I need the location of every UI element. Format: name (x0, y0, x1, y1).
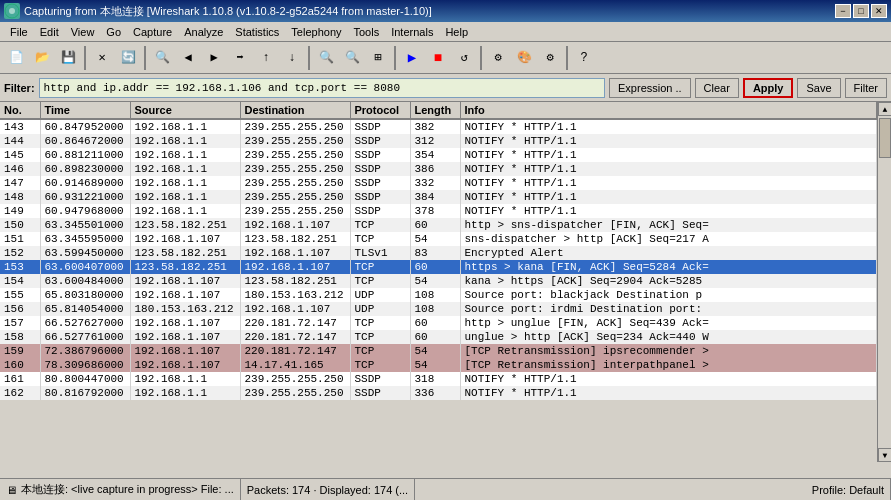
find-button[interactable]: 🔍 (150, 46, 174, 70)
go-button[interactable]: ➡ (228, 46, 252, 70)
cell-time: 66.527627000 (40, 316, 130, 330)
table-row[interactable]: 15665.814054000180.153.163.212192.168.1.… (0, 302, 877, 316)
table-row[interactable]: 14360.847952000192.168.1.1239.255.255.25… (0, 119, 877, 134)
table-row[interactable]: 15766.527627000192.168.1.107220.181.72.1… (0, 316, 877, 330)
vertical-scrollbar[interactable]: ▲ ▼ (877, 102, 891, 462)
cell-time: 63.345501000 (40, 218, 130, 232)
cell-src: 123.58.182.251 (130, 260, 240, 274)
cell-info: Source port: blackjack Destination p (460, 288, 877, 302)
net-icon: 🖥 (6, 484, 17, 496)
table-row[interactable]: 16180.800447000192.168.1.1239.255.255.25… (0, 372, 877, 386)
capture-restart[interactable]: ↺ (452, 46, 476, 70)
clear-button[interactable]: Clear (695, 78, 739, 98)
cell-src: 192.168.1.107 (130, 274, 240, 288)
table-row[interactable]: 14860.931221000192.168.1.1239.255.255.25… (0, 190, 877, 204)
cell-time: 78.309686000 (40, 358, 130, 372)
help-button[interactable]: ? (572, 46, 596, 70)
menu-item-capture[interactable]: Capture (127, 24, 178, 40)
col-header-proto[interactable]: Protocol (350, 102, 410, 119)
forward-button[interactable]: ▶ (202, 46, 226, 70)
zoom-fit-button[interactable]: ⊞ (366, 46, 390, 70)
col-header-info[interactable]: Info (460, 102, 877, 119)
close-button[interactable]: ✕ (871, 4, 887, 18)
capture-stop[interactable]: ■ (426, 46, 450, 70)
col-header-len[interactable]: Length (410, 102, 460, 119)
table-row[interactable]: 14960.947968000192.168.1.1239.255.255.25… (0, 204, 877, 218)
cell-proto: TCP (350, 218, 410, 232)
cell-proto: UDP (350, 288, 410, 302)
cell-len: 60 (410, 260, 460, 274)
save-button[interactable]: 💾 (56, 46, 80, 70)
scroll-down[interactable]: ▼ (878, 448, 891, 462)
expression-button[interactable]: Expression .. (609, 78, 691, 98)
table-row[interactable]: 16280.816792000192.168.1.1239.255.255.25… (0, 386, 877, 400)
scroll-thumb[interactable] (879, 118, 891, 158)
cell-info: NOTIFY * HTTP/1.1 (460, 204, 877, 218)
restore-button[interactable]: □ (853, 4, 869, 18)
cell-len: 54 (410, 232, 460, 246)
menu-item-go[interactable]: Go (100, 24, 127, 40)
table-row[interactable]: 14660.898230000192.168.1.1239.255.255.25… (0, 162, 877, 176)
cell-info: https > kana [FIN, ACK] Seq=5284 Ack= (460, 260, 877, 274)
table-row[interactable]: 15866.527761000192.168.1.107220.181.72.1… (0, 330, 877, 344)
save-filter-button[interactable]: Save (797, 78, 840, 98)
table-row[interactable]: 15972.386796000192.168.1.107220.181.72.1… (0, 344, 877, 358)
cell-dst: 239.255.255.250 (240, 386, 350, 400)
status-connection: 🖥 本地连接: <live capture in progress> File:… (0, 479, 241, 500)
table-row[interactable]: 14560.881211000192.168.1.1239.255.255.25… (0, 148, 877, 162)
menu-item-view[interactable]: View (65, 24, 101, 40)
table-row[interactable]: 15063.345501000123.58.182.251192.168.1.1… (0, 218, 877, 232)
col-header-time[interactable]: Time (40, 102, 130, 119)
filter-button[interactable]: Filter (845, 78, 887, 98)
apply-button[interactable]: Apply (743, 78, 794, 98)
back-button[interactable]: ◀ (176, 46, 200, 70)
cell-no: 149 (0, 204, 40, 218)
cell-dst: 239.255.255.250 (240, 204, 350, 218)
filter-apply-tb[interactable]: ⚙ (486, 46, 510, 70)
table-row[interactable]: 15463.600484000192.168.1.107123.58.182.2… (0, 274, 877, 288)
window-controls: − □ ✕ (835, 4, 887, 18)
menu-item-tools[interactable]: Tools (348, 24, 386, 40)
profile-text: Profile: Default (812, 484, 884, 496)
table-row[interactable]: 14760.914689000192.168.1.1239.255.255.25… (0, 176, 877, 190)
close-capture-button[interactable]: ✕ (90, 46, 114, 70)
cell-src: 192.168.1.1 (130, 372, 240, 386)
status-profile: Profile: Default (806, 479, 891, 500)
open-button[interactable]: 📂 (30, 46, 54, 70)
cell-time: 66.527761000 (40, 330, 130, 344)
filter-input[interactable] (39, 78, 605, 98)
menu-item-analyze[interactable]: Analyze (178, 24, 229, 40)
table-row[interactable]: 15263.599450000123.58.182.251192.168.1.1… (0, 246, 877, 260)
cell-proto: SSDP (350, 190, 410, 204)
cell-time: 63.600407000 (40, 260, 130, 274)
prefs-button[interactable]: ⚙ (538, 46, 562, 70)
table-row[interactable]: 15565.803180000192.168.1.107180.153.163.… (0, 288, 877, 302)
reload-button[interactable]: 🔄 (116, 46, 140, 70)
minimize-button[interactable]: − (835, 4, 851, 18)
menu-item-edit[interactable]: Edit (34, 24, 65, 40)
table-row[interactable]: 14460.864672000192.168.1.1239.255.255.25… (0, 134, 877, 148)
menu-item-internals[interactable]: Internals (385, 24, 439, 40)
zoom-in-button[interactable]: 🔍 (314, 46, 338, 70)
menu-item-help[interactable]: Help (439, 24, 474, 40)
col-header-src[interactable]: Source (130, 102, 240, 119)
up-button[interactable]: ↑ (254, 46, 278, 70)
menu-item-statistics[interactable]: Statistics (229, 24, 285, 40)
table-row[interactable]: 16078.309686000192.168.1.10714.17.41.165… (0, 358, 877, 372)
scroll-up[interactable]: ▲ (878, 102, 891, 116)
down-button[interactable]: ↓ (280, 46, 304, 70)
table-row[interactable]: 15363.600407000123.58.182.251192.168.1.1… (0, 260, 877, 274)
cell-dst: 239.255.255.250 (240, 190, 350, 204)
colorize-button[interactable]: 🎨 (512, 46, 536, 70)
cell-dst: 239.255.255.250 (240, 162, 350, 176)
menu-item-file[interactable]: File (4, 24, 34, 40)
col-header-dst[interactable]: Destination (240, 102, 350, 119)
col-header-no[interactable]: No. (0, 102, 40, 119)
new-button[interactable]: 📄 (4, 46, 28, 70)
cell-no: 161 (0, 372, 40, 386)
menu-item-telephony[interactable]: Telephony (285, 24, 347, 40)
table-header: No. Time Source Destination Protocol Len… (0, 102, 877, 119)
zoom-out-button[interactable]: 🔍 (340, 46, 364, 70)
capture-start[interactable]: ▶ (400, 46, 424, 70)
table-row[interactable]: 15163.345595000192.168.1.107123.58.182.2… (0, 232, 877, 246)
